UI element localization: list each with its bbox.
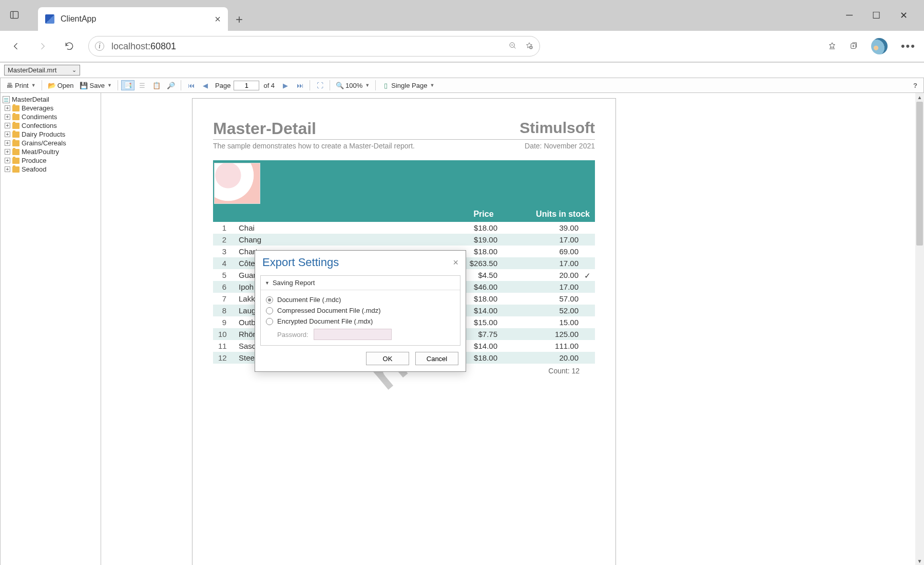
favorites-icon[interactable] bbox=[828, 42, 836, 51]
tree-item[interactable]: +Grains/Cereals bbox=[3, 139, 99, 147]
folder-icon bbox=[12, 158, 20, 164]
collections-icon[interactable] bbox=[850, 42, 858, 51]
fullscreen-button[interactable]: ⛶ bbox=[313, 80, 326, 90]
report-date: Date: November 2021 bbox=[525, 142, 595, 150]
window-controls: ─ ☐ ✕ bbox=[846, 10, 918, 21]
tree-item[interactable]: +Beverages bbox=[3, 104, 99, 112]
expand-icon[interactable]: + bbox=[5, 131, 10, 137]
prev-page-button[interactable]: ◀ bbox=[199, 80, 212, 90]
chevron-down-icon: ⌄ bbox=[72, 67, 76, 73]
scroll-thumb[interactable] bbox=[916, 102, 923, 246]
sidebar-toggle-icon[interactable] bbox=[9, 10, 20, 22]
check-icon: ✓ bbox=[584, 271, 591, 280]
open-button[interactable]: 📂Open bbox=[45, 80, 76, 90]
resources-toggle[interactable]: 📋 bbox=[150, 80, 163, 90]
tree-item[interactable]: +Meat/Poultry bbox=[3, 147, 99, 156]
first-page-button[interactable]: ⏮ bbox=[184, 80, 198, 90]
cancel-button[interactable]: Cancel bbox=[415, 352, 458, 365]
radio-icon bbox=[266, 318, 273, 325]
tree-item-label: Condiments bbox=[22, 113, 57, 121]
pagemode-dropdown[interactable]: ▯Single Page▼ bbox=[379, 80, 437, 90]
page-label: Page bbox=[215, 82, 230, 89]
viewer-toolbar: 🖶Print▼ 📂Open 💾Save▼ 📑 ☰ 📋 🔎 ⏮ ◀ Page of… bbox=[0, 78, 924, 93]
expand-icon[interactable]: + bbox=[5, 166, 10, 172]
more-icon[interactable]: ••• bbox=[901, 40, 916, 53]
category-image bbox=[214, 163, 260, 204]
export-settings-dialog: Export Settings × ▼Saving Report Documen… bbox=[255, 250, 466, 372]
favorite-add-icon[interactable] bbox=[525, 42, 533, 51]
back-button[interactable] bbox=[8, 39, 24, 54]
refresh-button[interactable] bbox=[62, 39, 77, 54]
tree-item-label: Meat/Poultry bbox=[22, 148, 59, 156]
zoom-dropdown[interactable]: 🔍100%▼ bbox=[333, 80, 372, 90]
table-header: Price Units in stock bbox=[213, 206, 595, 222]
expand-icon[interactable]: + bbox=[5, 158, 10, 163]
maximize-icon[interactable]: ☐ bbox=[872, 10, 880, 21]
new-tab-button[interactable]: + bbox=[228, 8, 251, 31]
url-field[interactable]: i localhost:60801 bbox=[88, 36, 540, 56]
folder-icon bbox=[12, 123, 20, 129]
password-input[interactable] bbox=[314, 329, 392, 340]
last-page-button[interactable]: ⏭ bbox=[293, 80, 306, 90]
saving-report-group-header[interactable]: ▼Saving Report bbox=[261, 276, 460, 290]
tree-item[interactable]: +Dairy Products bbox=[3, 130, 99, 139]
scroll-down-icon[interactable]: ▼ bbox=[915, 557, 924, 565]
vertical-scrollbar[interactable]: ▲ ▼ bbox=[915, 93, 924, 565]
minimize-icon[interactable]: ─ bbox=[846, 10, 853, 21]
document-icon bbox=[3, 96, 10, 103]
bookmarks-panel: MasterDetail +Beverages+Condiments+Confe… bbox=[0, 93, 101, 565]
radio-mdx[interactable]: Encrypted Document File (.mdx) bbox=[266, 316, 455, 327]
ok-button[interactable]: OK bbox=[366, 352, 409, 365]
viewer-body: MasterDetail +Beverages+Condiments+Confe… bbox=[0, 93, 924, 565]
url-text: localhost:60801 bbox=[111, 41, 176, 52]
expand-icon[interactable]: + bbox=[5, 123, 10, 128]
report-viewport[interactable]: rial Master-Detail Stimulsoft The sample… bbox=[101, 93, 924, 565]
expand-icon[interactable]: + bbox=[5, 114, 10, 120]
folder-icon bbox=[12, 114, 20, 120]
dialog-close-icon[interactable]: × bbox=[453, 257, 458, 268]
page-input[interactable] bbox=[234, 81, 259, 90]
tree-item-label: Grains/Cereals bbox=[22, 139, 66, 147]
expand-icon[interactable]: + bbox=[5, 149, 10, 155]
table-row: 2Chang$19.0017.00 bbox=[213, 234, 595, 246]
tree-item[interactable]: +Produce bbox=[3, 156, 99, 165]
tree-item-label: Produce bbox=[22, 157, 46, 164]
folder-icon bbox=[12, 166, 20, 173]
tab-close-icon[interactable]: × bbox=[215, 13, 221, 25]
header-price: Price bbox=[454, 206, 513, 222]
folder-icon bbox=[12, 149, 20, 155]
help-button[interactable]: ? bbox=[913, 82, 921, 89]
folder-icon bbox=[12, 140, 20, 146]
report-brand: Stimulsoft bbox=[519, 119, 595, 137]
tree-item[interactable]: +Condiments bbox=[3, 112, 99, 121]
tree-item[interactable]: +Confections bbox=[3, 121, 99, 130]
scroll-up-icon[interactable]: ▲ bbox=[915, 93, 924, 102]
expand-icon[interactable]: + bbox=[5, 105, 10, 111]
browser-tab[interactable]: ClientApp × bbox=[38, 7, 228, 31]
file-select[interactable]: MasterDetail.mrt ⌄ bbox=[4, 65, 80, 76]
category-band bbox=[213, 160, 595, 206]
tree-root[interactable]: MasterDetail bbox=[3, 95, 99, 104]
bookmarks-toggle[interactable]: 📑 bbox=[121, 80, 134, 90]
params-toggle[interactable]: ☰ bbox=[136, 80, 149, 90]
find-button[interactable]: 🔎 bbox=[164, 80, 178, 90]
site-info-icon[interactable]: i bbox=[95, 42, 104, 51]
browser-tab-strip: ClientApp × + ─ ☐ ✕ bbox=[0, 0, 924, 31]
table-row: 1Chai$18.0039.00 bbox=[213, 222, 595, 234]
radio-icon bbox=[266, 307, 273, 314]
forward-button[interactable] bbox=[35, 39, 50, 54]
close-window-icon[interactable]: ✕ bbox=[900, 10, 908, 21]
print-button[interactable]: 🖶Print▼ bbox=[3, 80, 38, 90]
expand-icon[interactable]: + bbox=[5, 140, 10, 146]
save-button[interactable]: 💾Save▼ bbox=[77, 80, 114, 90]
next-page-button[interactable]: ▶ bbox=[279, 80, 292, 90]
password-label: Password: bbox=[277, 331, 309, 338]
dialog-title: Export Settings bbox=[262, 256, 339, 269]
svg-line-3 bbox=[514, 47, 515, 48]
radio-mdz[interactable]: Compressed Document File (.mdz) bbox=[266, 305, 455, 316]
tree-item[interactable]: +Seafood bbox=[3, 165, 99, 174]
zoom-out-icon[interactable] bbox=[509, 42, 517, 51]
radio-mdc[interactable]: Document File (.mdc) bbox=[266, 294, 455, 305]
tree-item-label: Confections bbox=[22, 122, 57, 129]
profile-avatar[interactable] bbox=[871, 38, 888, 54]
